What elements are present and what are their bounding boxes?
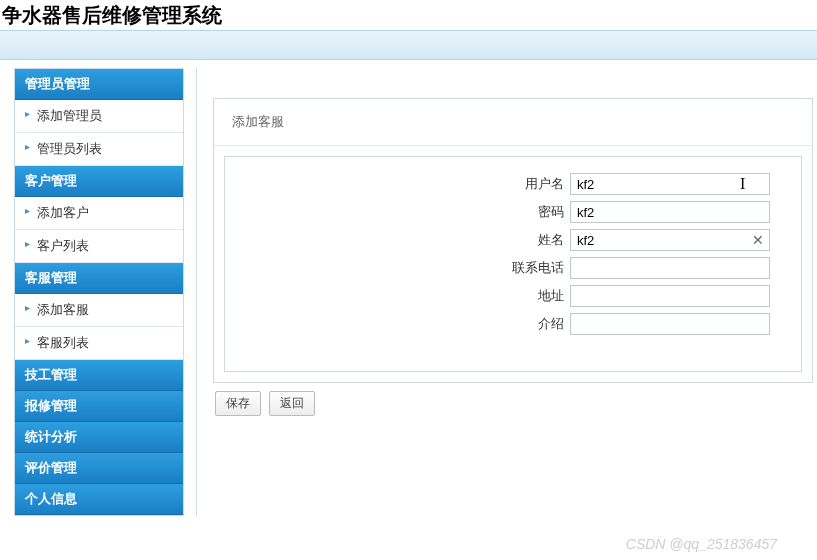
sidebar-item-add-admin[interactable]: 添加管理员 bbox=[15, 100, 183, 133]
menu-group-service[interactable]: 客服管理 bbox=[15, 263, 183, 294]
input-username[interactable] bbox=[570, 173, 770, 195]
menu-group-customer[interactable]: 客户管理 bbox=[15, 166, 183, 197]
save-button[interactable]: 保存 bbox=[215, 391, 261, 416]
input-intro[interactable] bbox=[570, 313, 770, 335]
header-bar bbox=[0, 30, 817, 60]
panel-title: 添加客服 bbox=[214, 99, 812, 146]
input-password[interactable] bbox=[570, 201, 770, 223]
label-name: 姓名 bbox=[225, 231, 570, 249]
clear-icon[interactable]: ✕ bbox=[752, 232, 764, 248]
form-area: 用户名 I 密码 姓名 ✕ bbox=[224, 156, 802, 372]
back-button[interactable]: 返回 bbox=[269, 391, 315, 416]
sidebar-item-customer-list[interactable]: 客户列表 bbox=[15, 230, 183, 263]
input-phone[interactable] bbox=[570, 257, 770, 279]
sidebar-item-admin-list[interactable]: 管理员列表 bbox=[15, 133, 183, 166]
sidebar-item-add-service[interactable]: 添加客服 bbox=[15, 294, 183, 327]
menu-group-tech[interactable]: 技工管理 bbox=[15, 360, 183, 391]
input-name[interactable] bbox=[570, 229, 770, 251]
menu-group-repair[interactable]: 报修管理 bbox=[15, 391, 183, 422]
menu-group-stats[interactable]: 统计分析 bbox=[15, 422, 183, 453]
main-content: 添加客服 用户名 I 密码 姓名 ✕ bbox=[196, 68, 817, 516]
input-address[interactable] bbox=[570, 285, 770, 307]
menu-group-review[interactable]: 评价管理 bbox=[15, 453, 183, 484]
label-address: 地址 bbox=[225, 287, 570, 305]
watermark: CSDN @qq_251836457 bbox=[626, 536, 777, 552]
menu-group-admin[interactable]: 管理员管理 bbox=[15, 69, 183, 100]
form-panel: 添加客服 用户名 I 密码 姓名 ✕ bbox=[213, 98, 813, 383]
sidebar: 管理员管理 添加管理员 管理员列表 客户管理 添加客户 客户列表 客服管理 添加… bbox=[14, 68, 184, 516]
sidebar-item-service-list[interactable]: 客服列表 bbox=[15, 327, 183, 360]
app-header: 争水器售后维修管理系统 bbox=[0, 0, 817, 30]
sidebar-item-add-customer[interactable]: 添加客户 bbox=[15, 197, 183, 230]
label-phone: 联系电话 bbox=[225, 259, 570, 277]
label-username: 用户名 bbox=[225, 175, 570, 193]
label-password: 密码 bbox=[225, 203, 570, 221]
menu-group-profile[interactable]: 个人信息 bbox=[15, 484, 183, 515]
label-intro: 介绍 bbox=[225, 315, 570, 333]
app-title: 争水器售后维修管理系统 bbox=[2, 2, 222, 29]
